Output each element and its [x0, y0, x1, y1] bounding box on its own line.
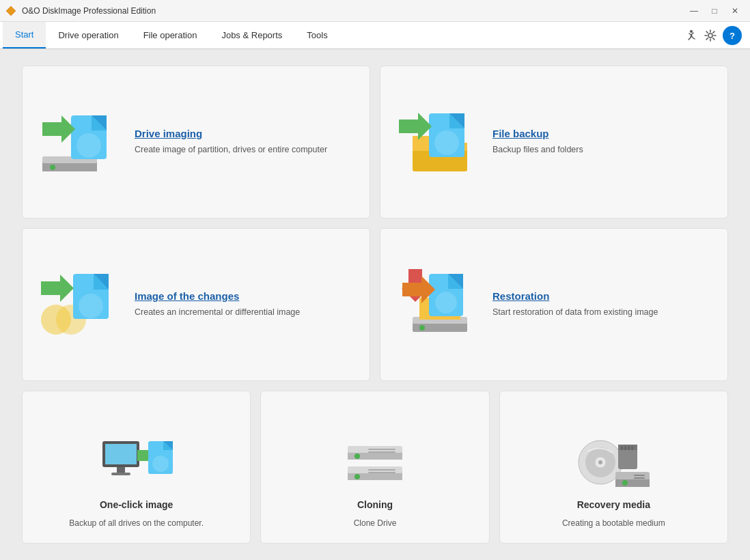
- title-bar: O&O DiskImage Professional Edition — □ ✕: [0, 0, 750, 22]
- row-3: One-click image Backup of all drives on …: [22, 391, 728, 544]
- file-backup-icon: [397, 108, 479, 176]
- svg-rect-72: [624, 446, 626, 450]
- drive-imaging-text: Drive imaging Create image of partition,…: [135, 128, 327, 156]
- image-changes-text: Image of the changes Creates an incremen…: [135, 290, 300, 319]
- title-bar-left: O&O DiskImage Professional Edition: [5, 5, 156, 16]
- svg-point-29: [79, 294, 103, 318]
- drive-imaging-title: Drive imaging: [135, 128, 327, 139]
- restoration-icon: [397, 270, 479, 339]
- svg-rect-64: [368, 472, 395, 473]
- tab-file-operation[interactable]: File operation: [131, 22, 210, 48]
- svg-point-56: [355, 453, 360, 459]
- file-backup-title: File backup: [492, 128, 583, 139]
- svg-point-68: [598, 460, 602, 464]
- restoration-title: Restoration: [492, 290, 658, 302]
- svg-rect-71: [621, 446, 623, 450]
- svg-marker-30: [41, 275, 74, 302]
- app-title: O&O DiskImage Professional Edition: [22, 6, 156, 16]
- run-icon: [682, 29, 695, 42]
- restoration-text: Restoration Start restoration of data fr…: [492, 290, 658, 319]
- main-content: Drive imaging Create image of partition,…: [0, 49, 750, 560]
- tab-jobs-reports[interactable]: Jobs & Reports: [209, 22, 294, 48]
- maximize-button[interactable]: □: [705, 4, 724, 18]
- svg-rect-45: [105, 444, 137, 464]
- svg-rect-57: [368, 449, 395, 450]
- restoration-card[interactable]: Restoration Start restoration of data fr…: [380, 228, 728, 381]
- file-backup-text: File backup Backup files and folders: [492, 128, 583, 156]
- file-backup-desc: Backup files and folders: [492, 143, 583, 156]
- svg-rect-63: [368, 469, 395, 471]
- svg-point-12: [77, 133, 101, 158]
- svg-marker-13: [42, 115, 75, 143]
- svg-marker-0: [6, 6, 16, 16]
- one-click-icon: [106, 438, 167, 492]
- svg-text:?: ?: [730, 31, 735, 41]
- svg-point-8: [50, 165, 55, 170]
- recovery-media-card[interactable]: Recovery media Creating a bootable mediu…: [499, 391, 728, 544]
- svg-rect-77: [615, 479, 650, 487]
- svg-point-78: [622, 480, 628, 486]
- image-changes-desc: Creates an incremental or differential i…: [135, 306, 300, 319]
- svg-point-41: [435, 292, 457, 313]
- window-controls: — □ ✕: [684, 4, 745, 18]
- recovery-media-title: Recovery media: [577, 499, 650, 510]
- run-button[interactable]: [679, 26, 698, 45]
- svg-point-62: [355, 474, 360, 479]
- svg-rect-73: [628, 446, 630, 450]
- image-changes-icon: [39, 270, 121, 339]
- cloning-card[interactable]: Cloning Clone Drive: [260, 391, 489, 544]
- tab-drive-operation[interactable]: Drive operation: [46, 22, 130, 48]
- svg-rect-80: [634, 477, 645, 479]
- svg-rect-58: [368, 451, 395, 453]
- svg-rect-74: [631, 446, 633, 450]
- restoration-desc: Start restoration of data from existing …: [492, 306, 658, 319]
- minimize-button[interactable]: —: [684, 4, 704, 18]
- app-icon: [5, 5, 16, 16]
- menu-tabs: Start Drive operation File operation Job…: [3, 22, 340, 48]
- one-click-title: One-click image: [100, 499, 173, 510]
- one-click-image-card[interactable]: One-click image Backup of all drives on …: [22, 391, 251, 544]
- help-icon: ?: [725, 29, 739, 42]
- drive-imaging-card[interactable]: Drive imaging Create image of partition,…: [22, 66, 370, 219]
- close-button[interactable]: ✕: [725, 4, 745, 18]
- recovery-media-desc: Creating a bootable medium: [562, 517, 665, 529]
- menu-bar: Start Drive operation File operation Job…: [0, 22, 750, 49]
- row-1: Drive imaging Create image of partition,…: [22, 66, 728, 219]
- help-button[interactable]: ?: [723, 26, 742, 45]
- recovery-media-icon: [583, 438, 644, 492]
- cloning-icon: [344, 438, 406, 492]
- svg-point-52: [152, 456, 169, 472]
- drive-imaging-desc: Create image of partition, drives or ent…: [135, 143, 327, 156]
- gear-icon: [704, 29, 717, 42]
- svg-point-22: [434, 130, 459, 155]
- drive-imaging-icon: [39, 108, 121, 176]
- toolbar-icons: ?: [679, 26, 747, 45]
- one-click-desc: Backup of all drives on the computer.: [69, 517, 204, 529]
- settings-button[interactable]: [701, 26, 720, 45]
- image-changes-title: Image of the changes: [135, 290, 300, 302]
- tab-tools[interactable]: Tools: [294, 22, 339, 48]
- svg-point-1: [690, 30, 693, 33]
- image-changes-card[interactable]: Image of the changes Creates an incremen…: [22, 228, 370, 381]
- svg-rect-79: [634, 475, 645, 476]
- row-2: Image of the changes Creates an incremen…: [22, 228, 728, 381]
- file-backup-card[interactable]: File backup Backup files and folders: [380, 66, 728, 219]
- svg-point-34: [419, 325, 425, 331]
- tab-start[interactable]: Start: [3, 22, 46, 48]
- cloning-desc: Clone Drive: [354, 517, 397, 529]
- svg-rect-46: [117, 467, 125, 473]
- svg-point-2: [708, 33, 712, 38]
- svg-rect-47: [111, 473, 130, 475]
- cloning-title: Cloning: [357, 499, 393, 510]
